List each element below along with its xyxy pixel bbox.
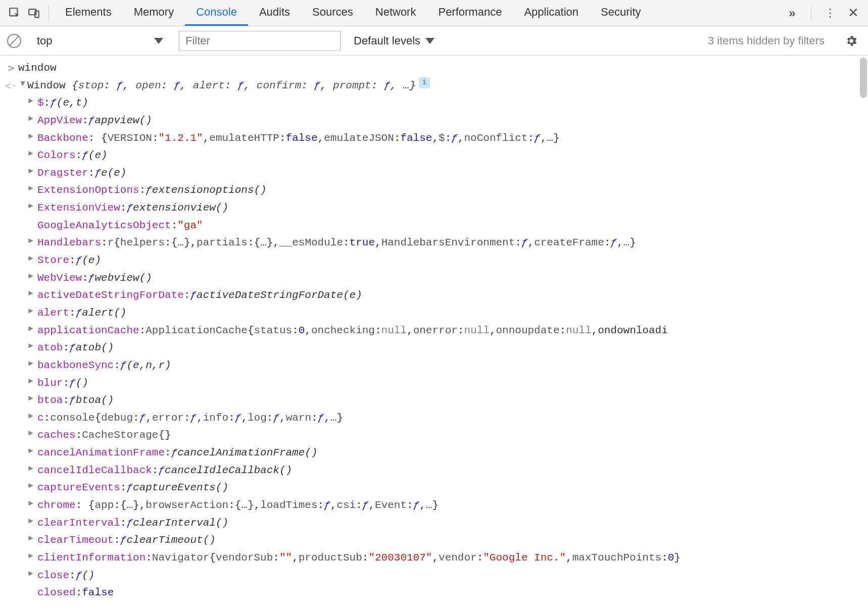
tab-application[interactable]: Application <box>513 0 590 26</box>
property-name: c <box>37 410 44 427</box>
expand-toggle-icon[interactable]: ▶ <box>26 112 35 125</box>
property-name: atob <box>37 339 63 357</box>
expand-toggle-icon[interactable]: ▶ <box>26 532 35 545</box>
scrollbar-thumb[interactable] <box>860 58 867 98</box>
expand-toggle-icon[interactable]: ▶ <box>26 567 35 580</box>
property-name: Dragster <box>37 165 88 182</box>
property-name: clientInformation <box>37 549 146 567</box>
close-icon[interactable]: ✕ <box>844 4 863 23</box>
property-name: ExtensionOptions <box>37 182 139 199</box>
property-row[interactable]: ▶clearTimeout: ƒ clearTimeout() <box>26 532 868 549</box>
expand-toggle-icon[interactable]: ▶ <box>26 375 35 388</box>
expand-toggle-icon[interactable]: ▶ <box>26 497 35 510</box>
tab-audits[interactable]: Audits <box>248 0 301 26</box>
property-row[interactable]: GoogleAnalyticsObject: "ga" <box>26 217 868 235</box>
tab-security[interactable]: Security <box>590 0 652 26</box>
expand-toggle-icon[interactable]: ▶ <box>26 270 35 283</box>
expand-toggle-icon[interactable]: ▶ <box>26 515 35 528</box>
property-row[interactable]: ▶Dragster: ƒ e(e) <box>26 165 868 182</box>
expand-toggle-icon[interactable]: ▶ <box>26 357 35 370</box>
scrollbar[interactable] <box>859 56 868 612</box>
property-row[interactable]: ▶close: ƒ () <box>26 567 868 585</box>
tab-performance[interactable]: Performance <box>427 0 513 26</box>
property-row[interactable]: ▶AppView: ƒ appview() <box>26 112 868 130</box>
property-name: Store <box>37 252 69 270</box>
property-row[interactable]: ▶Handlebars: r {helpers: {…}, partials: … <box>26 234 868 252</box>
property-name: backboneSync <box>37 357 114 375</box>
property-name: cancelAnimationFrame <box>37 444 165 462</box>
expand-toggle-icon[interactable]: ▶ <box>26 147 35 160</box>
property-name: clearTimeout <box>37 532 114 549</box>
property-name: chrome <box>37 497 76 515</box>
expand-toggle-icon[interactable]: ▶ <box>26 252 35 265</box>
tab-elements[interactable]: Elements <box>54 0 123 26</box>
property-row[interactable]: closed: false <box>26 584 868 602</box>
expand-toggle-icon[interactable]: ▶ <box>26 549 35 563</box>
property-row[interactable]: ▶cancelIdleCallback: ƒ cancelIdleCallbac… <box>26 462 868 480</box>
property-row[interactable]: ▶backboneSync: ƒ (e,n,r) <box>26 357 868 375</box>
property-name: clearInterval <box>37 515 120 532</box>
tab-sources[interactable]: Sources <box>301 0 364 26</box>
property-row[interactable]: ▶Backbone: {VERSION: "1.2.1", emulateHTT… <box>26 130 868 147</box>
expand-toggle-icon[interactable]: ▶ <box>26 199 35 213</box>
tab-console[interactable]: Console <box>185 0 248 26</box>
expand-toggle-icon[interactable]: ▶ <box>26 287 35 300</box>
execution-context-select[interactable]: top <box>29 31 171 51</box>
property-row[interactable]: ▶WebView: ƒ webview() <box>26 270 868 287</box>
expand-toggle-icon[interactable]: ▶ <box>26 94 35 108</box>
console-input-text: window <box>18 60 57 77</box>
property-row[interactable]: ▶blur: ƒ () <box>26 375 868 392</box>
property-name: Handlebars <box>37 234 101 252</box>
divider <box>811 6 811 21</box>
device-toggle-icon[interactable] <box>24 4 43 23</box>
property-row[interactable]: ▶caches: CacheStorage {} <box>26 427 868 444</box>
property-row[interactable]: ▶$: ƒ (e,t) <box>26 94 868 112</box>
property-row[interactable]: ▶Store: ƒ (e) <box>26 252 868 270</box>
levels-label: Default levels <box>354 34 420 47</box>
property-row[interactable]: ▶atob: ƒ atob() <box>26 339 868 357</box>
property-row[interactable]: ▶alert: ƒ alert() <box>26 304 868 322</box>
expand-toggle-icon[interactable]: ▶ <box>26 339 35 352</box>
expand-toggle-icon[interactable]: ▶ <box>26 392 35 405</box>
console-body[interactable]: > window <· ▼ Window {stop: ƒ, open: ƒ, … <box>0 56 868 612</box>
filter-input[interactable] <box>179 31 341 51</box>
expand-toggle-icon[interactable]: ▶ <box>26 304 35 318</box>
expand-toggle-icon[interactable]: ▶ <box>26 165 35 178</box>
inspect-element-icon[interactable] <box>5 4 24 23</box>
expand-toggle-icon[interactable]: ▶ <box>26 322 35 335</box>
tab-network[interactable]: Network <box>364 0 427 26</box>
expand-toggle-icon[interactable]: ▶ <box>26 427 35 440</box>
property-row[interactable]: ▶clientInformation: Navigator {vendorSub… <box>26 549 868 567</box>
info-badge-icon[interactable]: i <box>419 77 430 88</box>
clear-console-icon[interactable] <box>7 34 21 48</box>
kebab-menu-icon[interactable]: ⋮ <box>821 4 840 23</box>
expand-toggle-icon[interactable]: ▶ <box>26 479 35 492</box>
property-row[interactable]: ▶captureEvents: ƒ captureEvents() <box>26 479 868 497</box>
property-row[interactable]: ▶cancelAnimationFrame: ƒ cancelAnimation… <box>26 444 868 462</box>
log-levels-select[interactable]: Default levels <box>349 31 440 50</box>
console-output-root[interactable]: <· ▼ Window {stop: ƒ, open: ƒ, alert: ƒ,… <box>0 77 868 95</box>
property-row[interactable]: ▶btoa: ƒ btoa() <box>26 392 868 410</box>
property-row[interactable]: ▶c: console {debug: ƒ, error: ƒ, info: ƒ… <box>26 410 868 427</box>
property-name: applicationCache <box>37 322 139 340</box>
property-row[interactable]: ▶applicationCache: ApplicationCache {sta… <box>26 322 868 340</box>
property-row[interactable]: ▶chrome: {app: {…}, browserAction: {…}, … <box>26 497 868 515</box>
expand-toggle-icon[interactable]: ▶ <box>26 444 35 457</box>
property-row[interactable]: ▶ExtensionView: ƒ extensionview() <box>26 199 868 217</box>
property-row[interactable]: ▶activeDateStringForDate: ƒ activeDateSt… <box>26 287 868 304</box>
devtools-tabs-bar: ElementsMemoryConsoleAuditsSourcesNetwor… <box>0 0 868 26</box>
console-input-line[interactable]: > window <box>0 60 868 77</box>
property-row[interactable]: ▶Colors: ƒ (e) <box>26 147 868 165</box>
expand-toggle-icon[interactable]: ▶ <box>26 462 35 475</box>
expand-toggle-icon[interactable]: ▼ <box>18 77 27 90</box>
expand-toggle-icon[interactable]: ▶ <box>26 130 35 143</box>
property-row[interactable]: ▶ExtensionOptions: ƒ extensionoptions() <box>26 182 868 199</box>
more-tabs-icon[interactable]: » <box>783 4 802 23</box>
property-name: close <box>37 567 69 585</box>
expand-toggle-icon[interactable]: ▶ <box>26 234 35 247</box>
expand-toggle-icon[interactable]: ▶ <box>26 410 35 423</box>
expand-toggle-icon[interactable]: ▶ <box>26 182 35 195</box>
gear-icon[interactable] <box>842 31 861 50</box>
tab-memory[interactable]: Memory <box>123 0 185 26</box>
property-row[interactable]: ▶clearInterval: ƒ clearInterval() <box>26 515 868 532</box>
